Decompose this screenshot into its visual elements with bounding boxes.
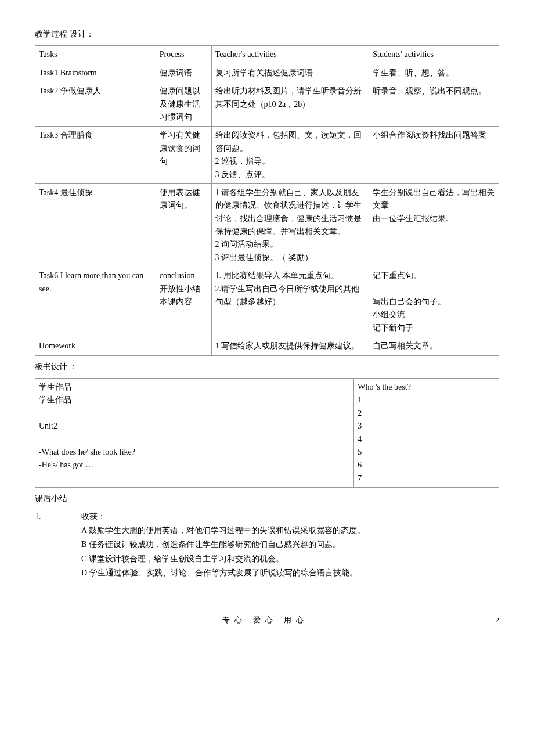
table-row: 学生作品 学生作品 Unit2 -What does he/ she look … bbox=[35, 378, 499, 487]
cell-teacher: 给出听力材料及图片，请学生听录音分辨其不同之处（p10 2a，2b） bbox=[211, 82, 369, 127]
summary-item: A 鼓励学生大胆的使用英语，对他们学习过程中的失误和错误采取宽容的态度。 bbox=[81, 524, 499, 537]
header-process: Process bbox=[156, 46, 211, 64]
board-left: 学生作品 学生作品 Unit2 -What does he/ she look … bbox=[35, 378, 354, 487]
cell-students: 自己写相关文章。 bbox=[369, 337, 499, 355]
page-footer: 2 专心 爱心 用心 bbox=[35, 614, 499, 627]
cell-process: 学习有关健康饮食的词句 bbox=[156, 127, 211, 184]
summary-label: 收获： bbox=[81, 510, 106, 523]
summary-item: D 学生通过体验、实践、讨论、合作等方式发展了听说读写的综合语言技能。 bbox=[81, 567, 499, 579]
cell-process: 健康词语 bbox=[156, 64, 211, 82]
cell-teacher: 给出阅读资料，包括图、文，读短文，回答问题。 2 巡视，指导。 3 反馈、点评。 bbox=[211, 127, 369, 184]
cell-task: Task1 Brainstorm bbox=[35, 64, 156, 82]
cell-process: 健康问题以及健康生活习惯词句 bbox=[156, 82, 211, 127]
cell-task: Task6 I learn more than you can see. bbox=[35, 267, 156, 337]
summary-item: C 课堂设计较合理，给学生创设自主学习和交流的机会。 bbox=[81, 553, 499, 566]
board-design-title: 板书设计 ： bbox=[35, 361, 499, 373]
header-teacher: Teacher's activities bbox=[211, 46, 369, 64]
cell-task: Task3 合理膳食 bbox=[35, 127, 156, 184]
table-header-row: Tasks Process Teacher's activities Stude… bbox=[35, 46, 499, 64]
summary-number: 1. bbox=[35, 510, 81, 523]
cell-task: Homework bbox=[35, 337, 156, 355]
page-number: 2 bbox=[496, 614, 500, 627]
board-table: 学生作品 学生作品 Unit2 -What does he/ she look … bbox=[35, 378, 499, 488]
board-right: Who 's the best? 1 2 3 4 5 6 7 bbox=[354, 378, 499, 487]
cell-teacher: 1 写信给家人或朋友提供保持健康建议。 bbox=[211, 337, 369, 355]
header-tasks: Tasks bbox=[35, 46, 156, 64]
cell-task: Task4 最佳侦探 bbox=[35, 183, 156, 267]
footer-motto: 专心 爱心 用心 bbox=[35, 614, 499, 627]
cell-students: 听录音、观察、说出不同观点。 bbox=[369, 82, 499, 127]
cell-teacher: 1. 用比赛结果导入 本单元重点句。 2.请学生写出自己今日所学或使用的其他句型… bbox=[211, 267, 369, 337]
cell-task: Task2 争做健康人 bbox=[35, 82, 156, 127]
cell-process bbox=[156, 337, 211, 355]
summary-title: 课后小结 bbox=[35, 492, 499, 505]
summary-item: B 任务链设计较成功，创造条件让学生能够研究他们自己感兴趣的问题。 bbox=[81, 538, 499, 551]
table-row: Task4 最佳侦探 使用表达健康词句。 1 请各组学生分别就自己、家人以及朋友… bbox=[35, 183, 499, 267]
cell-students: 学生看、听、想、答。 bbox=[369, 64, 499, 82]
table-row: Homework 1 写信给家人或朋友提供保持健康建议。 自己写相关文章。 bbox=[35, 337, 499, 355]
cell-students: 学生分别说出自己看法，写出相关文章 由一位学生汇报结果. bbox=[369, 183, 499, 267]
header-students: Students' activities bbox=[369, 46, 499, 64]
process-design-title: 教学过程 设计： bbox=[35, 28, 499, 41]
process-table: Tasks Process Teacher's activities Stude… bbox=[35, 45, 499, 355]
cell-students: 记下重点句。 写出自己会的句子。 小组交流 记下新句子 bbox=[369, 267, 499, 337]
cell-students: 小组合作阅读资料找出问题答案 bbox=[369, 127, 499, 184]
cell-teacher: 1 请各组学生分别就自己、家人以及朋友的健康情况、饮食状况进行描述，让学生讨论，… bbox=[211, 183, 369, 267]
summary-items: A 鼓励学生大胆的使用英语，对他们学习过程中的失误和错误采取宽容的态度。 B 任… bbox=[35, 524, 499, 580]
table-row: Task1 Brainstorm 健康词语 复习所学有关描述健康词语 学生看、听… bbox=[35, 64, 499, 82]
cell-teacher: 复习所学有关描述健康词语 bbox=[211, 64, 369, 82]
summary-block: 1. 收获： A 鼓励学生大胆的使用英语，对他们学习过程中的失误和错误采取宽容的… bbox=[35, 510, 499, 580]
table-row: Task3 合理膳食 学习有关健康饮食的词句 给出阅读资料，包括图、文，读短文，… bbox=[35, 127, 499, 184]
table-row: Task6 I learn more than you can see. con… bbox=[35, 267, 499, 337]
cell-process: 使用表达健康词句。 bbox=[156, 183, 211, 267]
table-row: Task2 争做健康人 健康问题以及健康生活习惯词句 给出听力材料及图片，请学生… bbox=[35, 82, 499, 127]
cell-process: conclusion 开放性小结本课内容 bbox=[156, 267, 211, 337]
